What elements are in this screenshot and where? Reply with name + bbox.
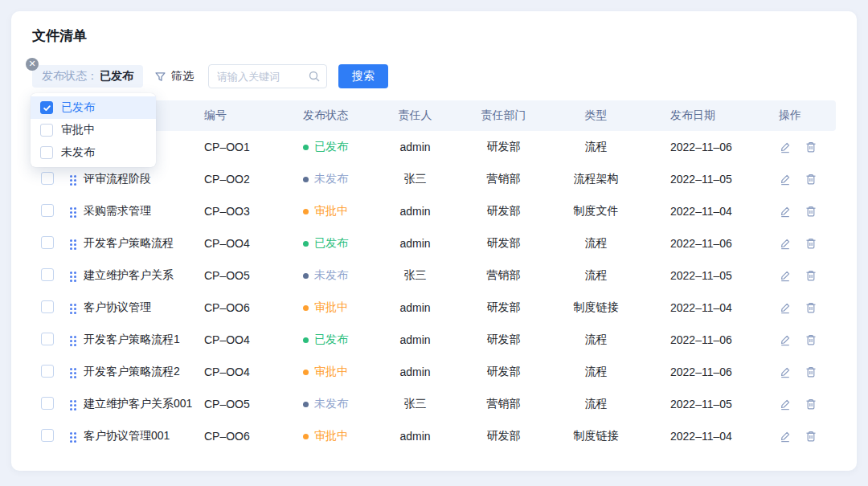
header-actions: 操作 xyxy=(747,108,836,123)
row-checkbox[interactable] xyxy=(41,172,54,185)
option-checkbox[interactable] xyxy=(40,146,53,159)
status-filter-option[interactable]: 未发布 xyxy=(31,141,156,164)
table-row: 建立维护客户关系 CP–OO5 未发布 张三 营销部 流程 2022–11–05 xyxy=(32,259,836,292)
publish-date: 2022–11–06 xyxy=(638,237,747,250)
status-filter-option[interactable]: 审批中 xyxy=(31,119,156,141)
filter-button[interactable]: 筛选 xyxy=(154,69,194,84)
status-dot-icon xyxy=(303,305,309,311)
status-dot-icon xyxy=(303,177,309,182)
publish-date: 2022–11–06 xyxy=(638,141,747,153)
option-checkbox[interactable] xyxy=(40,101,53,114)
doc-type: 制度文件 xyxy=(554,204,638,218)
pencil-icon xyxy=(779,366,792,378)
row-checkbox[interactable] xyxy=(41,204,54,217)
header-dept: 责任部门 xyxy=(453,108,554,123)
delete-button[interactable] xyxy=(805,237,817,250)
delete-button[interactable] xyxy=(805,141,817,153)
check-icon xyxy=(43,104,51,112)
filter-chip-value: 已发布 xyxy=(100,69,133,84)
status-badge: 审批中 xyxy=(297,300,377,315)
status-label: 已发布 xyxy=(314,140,348,154)
row-checkbox[interactable] xyxy=(41,429,54,442)
close-icon[interactable]: ✕ xyxy=(26,58,39,71)
option-label: 审批中 xyxy=(61,123,95,137)
filter-chip[interactable]: ✕ 发布状态： 已发布 xyxy=(32,65,143,88)
trash-icon xyxy=(805,398,817,410)
status-filter-option[interactable]: 已发布 xyxy=(31,96,156,119)
row-checkbox[interactable] xyxy=(41,236,54,249)
delete-button[interactable] xyxy=(805,205,817,218)
status-badge: 已发布 xyxy=(297,333,377,347)
publish-date: 2022–11–06 xyxy=(638,366,747,378)
pencil-icon xyxy=(779,237,792,250)
delete-button[interactable] xyxy=(805,366,817,378)
delete-button[interactable] xyxy=(805,333,817,346)
row-checkbox[interactable] xyxy=(41,397,54,410)
row-checkbox[interactable] xyxy=(41,300,54,313)
row-checkbox[interactable] xyxy=(41,365,54,378)
search-button[interactable]: 搜索 xyxy=(338,64,388,88)
delete-button[interactable] xyxy=(805,269,817,282)
owner: admin xyxy=(377,205,453,218)
status-dot-icon xyxy=(303,241,309,247)
department: 研发部 xyxy=(453,140,554,154)
edit-button[interactable] xyxy=(779,141,792,153)
drag-dots-icon[interactable] xyxy=(70,368,76,378)
delete-button[interactable] xyxy=(805,430,817,443)
status-label: 审批中 xyxy=(314,300,348,315)
status-badge: 未发布 xyxy=(297,268,377,283)
drag-dots-icon[interactable] xyxy=(70,175,76,186)
drag-dots-icon[interactable] xyxy=(70,432,76,443)
owner: admin xyxy=(377,366,453,378)
delete-button[interactable] xyxy=(805,301,817,314)
delete-button[interactable] xyxy=(805,398,817,410)
status-badge: 审批中 xyxy=(297,204,377,218)
table-row: 建立维护客户关系001 CP–OO5 未发布 张三 营销部 流程 2022–11… xyxy=(32,388,836,420)
header-code: 编号 xyxy=(204,108,297,123)
status-badge: 已发布 xyxy=(297,236,377,251)
department: 研发部 xyxy=(453,236,554,251)
edit-button[interactable] xyxy=(779,269,792,282)
row-checkbox[interactable] xyxy=(41,268,54,281)
status-dot-icon xyxy=(303,209,309,214)
funnel-icon xyxy=(154,71,166,83)
doc-type: 流程架构 xyxy=(554,172,638,186)
delete-button[interactable] xyxy=(805,173,817,186)
edit-button[interactable] xyxy=(779,237,792,250)
drag-dots-icon[interactable] xyxy=(70,400,76,410)
drag-dots-icon[interactable] xyxy=(70,207,76,218)
edit-button[interactable] xyxy=(779,366,792,378)
edit-button[interactable] xyxy=(779,333,792,346)
doc-type: 制度链接 xyxy=(554,300,638,315)
publish-date: 2022–11–04 xyxy=(638,301,747,314)
drag-dots-icon[interactable] xyxy=(70,239,76,250)
edit-button[interactable] xyxy=(779,430,792,443)
trash-icon xyxy=(805,333,817,346)
department: 研发部 xyxy=(453,365,554,379)
header-type: 类型 xyxy=(554,108,638,123)
publish-date: 2022–11–04 xyxy=(638,205,747,218)
drag-dots-icon[interactable] xyxy=(70,272,76,282)
status-label: 审批中 xyxy=(314,204,348,218)
row-checkbox[interactable] xyxy=(41,333,54,345)
table-row: 评审流程阶段 CP–OO2 未发布 张三 营销部 流程架构 2022–11–05 xyxy=(32,163,836,195)
table-row: 客户协议管理001 CP–OO6 审批中 admin 研发部 制度链接 2022… xyxy=(32,420,836,452)
option-checkbox[interactable] xyxy=(40,124,53,137)
toolbar: ✕ 发布状态： 已发布 筛选 搜索 xyxy=(32,64,836,88)
file-name: 开发客户策略流程2 xyxy=(84,365,204,379)
owner: 张三 xyxy=(377,172,453,186)
file-name: 开发客户策略流程1 xyxy=(84,333,204,347)
file-code: CP–OO2 xyxy=(204,173,297,186)
status-badge: 审批中 xyxy=(297,365,377,379)
status-badge: 审批中 xyxy=(297,429,377,443)
status-dot-icon xyxy=(303,402,309,407)
pencil-icon xyxy=(779,430,792,443)
edit-button[interactable] xyxy=(779,205,792,218)
drag-dots-icon[interactable] xyxy=(70,336,76,346)
edit-button[interactable] xyxy=(779,173,792,186)
drag-dots-icon[interactable] xyxy=(70,304,76,314)
header-owner: 责任人 xyxy=(377,108,453,123)
edit-button[interactable] xyxy=(779,301,792,314)
edit-button[interactable] xyxy=(779,398,792,410)
status-label: 审批中 xyxy=(314,365,348,379)
